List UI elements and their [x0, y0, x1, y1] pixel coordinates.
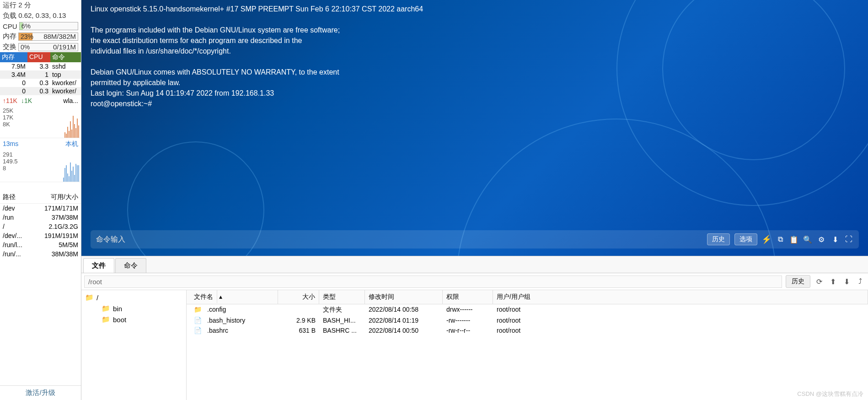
activate-link[interactable]: 激活/升级 — [0, 385, 81, 400]
swap-text: 0/191M — [53, 43, 78, 51]
main: Linux openstick 5.15.0-handsomekernel+ #… — [81, 0, 868, 400]
col-user[interactable]: 用户/用户组 — [493, 290, 868, 304]
terminal[interactable]: Linux openstick 5.15.0-handsomekernel+ #… — [81, 0, 868, 256]
gear-icon[interactable]: ⚙ — [817, 235, 826, 244]
disk-row[interactable]: /run/...38M/38M — [0, 249, 81, 259]
list-header: 文件名 ▴ 大小 类型 修改时间 权限 用户/用户组 — [187, 290, 868, 304]
disk-row[interactable]: /2.1G/3.2G — [0, 222, 81, 231]
ping-host: 本机 — [65, 140, 78, 148]
file-row[interactable]: 📄.bash_history2.9 KBBASH_HI...2022/08/14… — [187, 315, 868, 325]
disk-row[interactable]: /dev/...191M/191M — [0, 231, 81, 240]
file-icon: 📄 — [190, 315, 205, 325]
cpu-bar: 6% — [19, 22, 78, 30]
tree-root-label: / — [96, 294, 98, 302]
file-row[interactable]: 📁.config文件夹2022/08/14 00:58drwx------roo… — [187, 304, 868, 315]
file-list: 文件名 ▴ 大小 类型 修改时间 权限 用户/用户组 📁.config文件夹20… — [187, 290, 868, 400]
disk-row[interactable]: /dev171M/171M — [0, 204, 81, 213]
upload-file-icon[interactable]: ⤴ — [855, 276, 865, 286]
net-up: ↑11K — [3, 97, 17, 104]
download-file-icon[interactable]: ⬇ — [841, 276, 852, 286]
net-interface: wla... — [63, 97, 78, 104]
file-row[interactable]: 📄.bashrc631 BBASHRC ...2022/08/14 00:50-… — [187, 325, 868, 335]
path-history-button[interactable]: 历史 — [786, 275, 810, 288]
process-row[interactable]: 00.3kworker/ — [0, 87, 81, 95]
upload-icon[interactable]: ⬆ — [828, 276, 838, 286]
mem-text: 88M/382M — [43, 32, 78, 40]
col-perm[interactable]: 权限 — [443, 290, 493, 304]
disk-header: 路径 可用/大小 — [0, 191, 81, 204]
path-input[interactable]: /root — [84, 276, 782, 288]
header-cpu[interactable]: CPU — [27, 52, 50, 62]
swap-label: 交换 — [3, 43, 16, 51]
disk-list: /dev171M/171M/run37M/38M/2.1G/3.2G/dev/.… — [0, 204, 81, 259]
process-row[interactable]: 7.9M3.3sshd — [0, 62, 81, 70]
download-icon[interactable]: ⬇ — [830, 235, 840, 244]
size-col: 可用/大小 — [51, 193, 78, 201]
tab-files[interactable]: 文件 — [83, 258, 114, 273]
watermark: CSDN @这块雪糕有点冷 — [797, 390, 863, 398]
command-input[interactable]: 命令输入 — [96, 235, 702, 244]
process-row[interactable]: 3.4M1top — [0, 70, 81, 79]
col-size[interactable]: 大小 — [278, 290, 319, 304]
swap-row: 交换 0%0/191M — [0, 42, 81, 52]
folder-icon: 📁 — [102, 304, 110, 313]
process-header: 内存 CPU 命令 — [0, 52, 81, 62]
header-cmd[interactable]: 命令 — [50, 52, 81, 62]
file-body: 📁/ 📁bin📁boot 文件名 ▴ 大小 类型 修改时间 权限 用户/用户组 … — [81, 290, 868, 400]
network-stats: ↑11K ↓1K wla... — [0, 95, 81, 106]
disk-row[interactable]: /run/l...5M/5M — [0, 240, 81, 249]
tree-root[interactable]: 📁/ — [83, 292, 184, 303]
col-type[interactable]: 类型 — [319, 290, 365, 304]
cpu-label: CPU — [3, 22, 17, 30]
file-icon: 📄 — [190, 325, 205, 335]
header-mem[interactable]: 内存 — [0, 52, 27, 62]
tabs: 文件 命令 — [81, 256, 868, 273]
copy-icon[interactable]: ⧉ — [776, 235, 785, 244]
options-button[interactable]: 选项 — [734, 233, 757, 245]
file-tree[interactable]: 📁/ 📁bin📁boot — [81, 290, 187, 400]
process-row[interactable]: 00.3kworker/ — [0, 79, 81, 87]
ping-ms: 13ms — [3, 140, 18, 148]
history-button[interactable]: 历史 — [707, 233, 730, 245]
tree-item[interactable]: 📁bin — [83, 303, 184, 314]
mem-pct: 23% — [19, 33, 35, 40]
tree-item[interactable]: 📁boot — [83, 314, 184, 325]
folder-icon: 📁 — [85, 293, 94, 302]
sidebar: 运行 2 分 负载 0.62, 0.33, 0.13 CPU 6% 内存 23%… — [0, 0, 81, 400]
folder-icon: 📁 — [190, 304, 205, 314]
paste-icon[interactable]: 📋 — [789, 235, 798, 244]
folder-icon: 📁 — [102, 315, 110, 324]
uptime: 运行 2 分 — [0, 0, 81, 11]
lightning-icon[interactable]: ⚡ — [762, 235, 771, 244]
process-list: 7.9M3.3sshd3.4M1top00.3kworker/00.3kwork… — [0, 62, 81, 95]
disk-row[interactable]: /run37M/38M — [0, 213, 81, 222]
col-name[interactable]: 文件名 ▴ — [187, 290, 278, 304]
col-date[interactable]: 修改时间 — [365, 290, 443, 304]
search-icon[interactable]: 🔍 — [803, 235, 812, 244]
net-down: ↓1K — [21, 97, 32, 104]
fullscreen-icon[interactable]: ⛶ — [844, 235, 853, 244]
path-col: 路径 — [3, 193, 26, 201]
cpu-row: CPU 6% — [0, 21, 81, 31]
load: 负载 0.62, 0.33, 0.13 — [0, 11, 81, 21]
file-panel: 文件 命令 /root 历史 ⟳ ⬆ ⬇ ⤴ 📁/ 📁bin📁boot 文件名 … — [81, 256, 868, 400]
swap-bar: 0%0/191M — [18, 43, 78, 51]
command-bar: 命令输入 历史 选项 ⚡ ⧉ 📋 🔍 ⚙ ⬇ ⛶ — [91, 230, 859, 249]
mem-label: 内存 — [3, 32, 16, 41]
refresh-icon[interactable]: ⟳ — [814, 276, 824, 286]
ping-graph: 291 149.5 8 — [0, 150, 81, 182]
network-graph: 25K 17K 8K — [0, 106, 81, 138]
path-bar: /root 历史 ⟳ ⬆ ⬇ ⤴ — [81, 273, 868, 290]
mem-bar: 23%88M/382M — [18, 32, 78, 41]
ping-stats: 13ms 本机 — [0, 138, 81, 150]
swap-pct: 0% — [19, 43, 32, 51]
mem-row: 内存 23%88M/382M — [0, 31, 81, 42]
tab-cmd[interactable]: 命令 — [115, 258, 146, 273]
cpu-pct: 6% — [20, 22, 32, 30]
